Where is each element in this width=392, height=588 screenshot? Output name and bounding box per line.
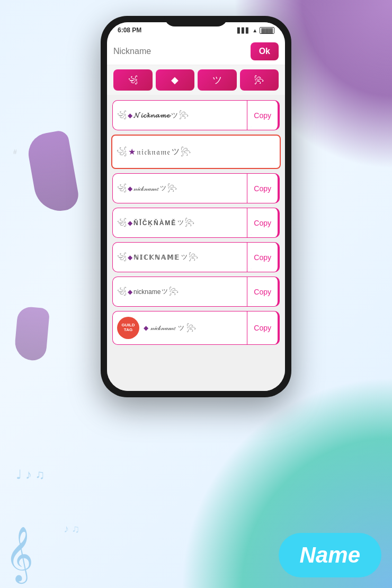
music-notes-deco2: ♪ ♫ bbox=[64, 523, 80, 535]
music-notes-deco: ♩ ♪ ♫ bbox=[16, 467, 44, 482]
status-icons: ▋▋▋ ▲ ▓▓▓ bbox=[237, 27, 274, 34]
diamond-5: ◆ bbox=[128, 254, 132, 261]
diamond-6: ◆ bbox=[128, 288, 132, 296]
card-dots-7: · · · bbox=[245, 340, 252, 343]
nick-text-h: 𝔫𝔦𝔠𝔨𝔫𝔞𝔪𝔢 bbox=[137, 147, 171, 157]
symbol-row: ꧁ ◆ ツ ꧂ bbox=[107, 65, 285, 95]
nick-text-7: 𝓃𝒾𝒸𝓀𝓃𝒶𝓂𝑒 bbox=[150, 324, 176, 332]
nickname-card-5: ꧁ ◆ ℕ𝕀ℂ𝕂ℕ𝔸𝕄𝔼 ツ ꧂ · · · Copy bbox=[112, 242, 280, 272]
copy-button-highlighted[interactable]: Copy bbox=[281, 135, 285, 169]
tsu-5: ツ bbox=[181, 253, 188, 262]
deco-left-4: ꧁ bbox=[117, 217, 127, 228]
nickname-display-7: GUILDTAG ◆ 𝓃𝒾𝒸𝓀𝓃𝒶𝓂𝑒 ツ ꧂ bbox=[113, 311, 247, 344]
nick-text-3: 𝓃𝒾𝒸𝓀𝓃𝒶𝓂𝑒 bbox=[133, 185, 159, 192]
deco-left-5: ꧁ bbox=[117, 252, 127, 263]
nick-text-1: 𝓝𝓲𝓬𝓴𝓷𝓪𝓶𝓮 bbox=[133, 111, 170, 120]
star-h: ★ bbox=[128, 147, 136, 157]
status-time: 6:08 PM bbox=[118, 26, 141, 34]
diamond-1: ◆ bbox=[128, 112, 132, 119]
tsu-h: ツ bbox=[172, 147, 180, 157]
nick-text-5: ℕ𝕀ℂ𝕂ℕ𝔸𝕄𝔼 bbox=[133, 254, 180, 261]
symbol-btn-2[interactable]: ツ bbox=[198, 69, 237, 91]
symbol-btn-3[interactable]: ꧂ bbox=[240, 69, 279, 91]
card-dots-4: · · · bbox=[245, 233, 252, 236]
deco-left-3: ꧁ bbox=[117, 183, 127, 194]
hashtag-deco: # bbox=[13, 148, 17, 156]
music-decoration: 𝄞 bbox=[0, 376, 106, 588]
deco-right-h: ꧂ bbox=[181, 146, 191, 158]
deco-right-6: ꧂ bbox=[169, 286, 179, 297]
highlighted-card-wrapper: ꧁ ★ 𝔫𝔦𝔠𝔨𝔫𝔞𝔪𝔢 ツ ꧂ Copy bbox=[111, 135, 281, 169]
nickname-display-3: ꧁ ◆ 𝓃𝒾𝒸𝓀𝓃𝒶𝓂𝑒 ツ ꧂ bbox=[113, 174, 247, 203]
wifi-icon: ▲ bbox=[252, 28, 257, 33]
nickname-card-1: ꧁ ◆ 𝓝𝓲𝓬𝓴𝓷𝓪𝓶𝓮 ツ ꧂ · · · Copy bbox=[112, 100, 280, 130]
tsu-6: ツ bbox=[162, 287, 168, 296]
tsu-4: ツ bbox=[177, 218, 184, 227]
deco-left-h: ꧁ bbox=[117, 146, 127, 158]
symbol-btn-1[interactable]: ◆ bbox=[156, 69, 195, 91]
card-dots-1: · · · bbox=[245, 125, 252, 128]
tsu-3: ツ bbox=[160, 184, 166, 193]
nickname-card-3: ꧁ ◆ 𝓃𝒾𝒸𝓀𝓃𝒶𝓂𝑒 ツ ꧂ · · · Copy bbox=[112, 173, 280, 203]
deco-right-5: ꧂ bbox=[189, 252, 198, 263]
card-dots-5: · · · bbox=[245, 267, 252, 270]
phone-screen: 6:08 PM ▋▋▋ ▲ ▓▓▓ Ok ꧁ ◆ ツ ꧂ ꧁ ◆ bbox=[107, 22, 285, 391]
deco-right-1: ꧂ bbox=[179, 110, 189, 121]
deco-left-1: ꧁ bbox=[117, 110, 127, 121]
content-area: ꧁ ◆ 𝓝𝓲𝓬𝓴𝓷𝓪𝓶𝓮 ツ ꧂ · · · Copy ꧁ ★ 𝔫𝔦𝔠𝔨𝔫𝔞𝔪𝔢 bbox=[107, 95, 285, 391]
name-badge: Name bbox=[279, 533, 381, 577]
diamond-4: ◆ bbox=[128, 219, 132, 227]
nickname-input[interactable] bbox=[113, 47, 246, 56]
symbol-btn-0[interactable]: ꧁ bbox=[113, 69, 153, 91]
paint-stroke-left2 bbox=[14, 306, 50, 362]
nickname-card-4: ꧁ ◆ ŇǏČĶŇÀMĚ ツ ꧂ · · · Copy bbox=[112, 208, 280, 238]
nickname-display-5: ꧁ ◆ ℕ𝕀ℂ𝕂ℕ𝔸𝕄𝔼 ツ ꧂ bbox=[113, 243, 247, 272]
nickname-card-6: ꧁ ◆ nickname ツ ꧂ · · · Copy bbox=[112, 277, 280, 307]
guild-text: GUILDTAG bbox=[122, 323, 135, 333]
ok-button[interactable]: Ok bbox=[251, 42, 279, 60]
card-dots-3: · · · bbox=[245, 198, 252, 201]
diamond-3: ◆ bbox=[128, 185, 132, 192]
deco-right-3: ꧂ bbox=[167, 183, 177, 194]
battery-icon: ▓▓▓ bbox=[260, 27, 274, 34]
name-badge-text: Name bbox=[300, 542, 360, 567]
phone-notch bbox=[164, 16, 228, 26]
deco-right-4: ꧂ bbox=[185, 217, 194, 228]
deco-right-7: ꧂ bbox=[186, 323, 196, 334]
phone-frame: 6:08 PM ▋▋▋ ▲ ▓▓▓ Ok ꧁ ◆ ツ ꧂ ꧁ ◆ bbox=[101, 16, 291, 397]
nick-text-4: ŇǏČĶŇÀMĚ bbox=[133, 219, 176, 227]
nickname-display-6: ꧁ ◆ nickname ツ ꧂ bbox=[113, 277, 247, 306]
nickname-display-highlighted: ꧁ ★ 𝔫𝔦𝔠𝔨𝔫𝔞𝔪𝔢 ツ ꧂ bbox=[112, 137, 280, 166]
tsu-7: ツ bbox=[178, 324, 184, 333]
guild-badge: GUILDTAG bbox=[117, 317, 139, 339]
nickname-card-highlighted: ꧁ ★ 𝔫𝔦𝔠𝔨𝔫𝔞𝔪𝔢 ツ ꧂ bbox=[111, 135, 281, 169]
nickname-display-1: ꧁ ◆ 𝓝𝓲𝓬𝓴𝓷𝓪𝓶𝓮 ツ ꧂ bbox=[113, 101, 247, 130]
nickname-display-4: ꧁ ◆ ŇǏČĶŇÀMĚ ツ ꧂ bbox=[113, 208, 247, 237]
deco-left-6: ꧁ bbox=[117, 286, 127, 297]
nick-text-6: nickname bbox=[133, 288, 161, 296]
card-dots-6: · · · bbox=[245, 301, 252, 305]
tsu-1: ツ bbox=[171, 111, 178, 120]
header-bar: Ok bbox=[107, 38, 285, 65]
nickname-card-7: GUILDTAG ◆ 𝓃𝒾𝒸𝓀𝓃𝒶𝓂𝑒 ツ ꧂ · · · Copy bbox=[112, 311, 280, 345]
signal-icon: ▋▋▋ bbox=[237, 28, 250, 33]
diamond-7: ◆ bbox=[144, 324, 148, 332]
